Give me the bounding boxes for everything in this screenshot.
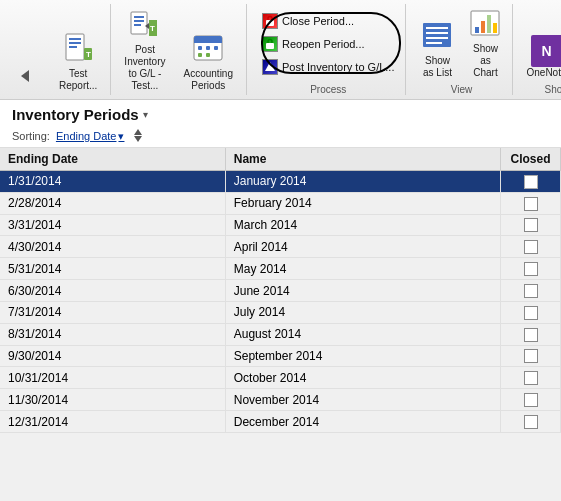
- post-inv-test-label: Post Inventoryto G/L - Test...: [124, 44, 165, 92]
- toolbar-section-process: Close Period... Reopen Period... Post In…: [251, 4, 407, 95]
- closed-checkbox[interactable]: [524, 328, 538, 342]
- cell-name: April 2014: [225, 236, 500, 258]
- cell-ending-date: 4/30/2014: [0, 236, 225, 258]
- back-button[interactable]: [8, 57, 42, 95]
- cell-name: August 2014: [225, 323, 500, 345]
- onenote-button[interactable]: N OneNote: [521, 32, 561, 82]
- table-row[interactable]: 9/30/2014September 2014: [0, 345, 561, 367]
- col-header-closed: Closed: [501, 148, 561, 171]
- table-row[interactable]: 6/30/2014June 2014: [0, 280, 561, 302]
- cell-closed[interactable]: [501, 345, 561, 367]
- svg-rect-16: [194, 40, 222, 43]
- page-header: Inventory Periods ▾ Sorting: Ending Date…: [0, 100, 561, 148]
- sort-field-dropdown[interactable]: Ending Date ▾: [56, 130, 125, 143]
- cell-ending-date: 3/31/2014: [0, 214, 225, 236]
- svg-rect-34: [493, 23, 497, 33]
- table-row[interactable]: 2/28/2014February 2014: [0, 192, 561, 214]
- col-header-name: Name: [225, 148, 500, 171]
- show-chart-label: Show as Chart: [467, 43, 503, 79]
- cell-closed[interactable]: [501, 236, 561, 258]
- cell-name: June 2014: [225, 280, 500, 302]
- table-row[interactable]: 4/30/2014April 2014: [0, 236, 561, 258]
- svg-rect-7: [131, 12, 147, 34]
- table-row[interactable]: 11/30/2014November 2014: [0, 389, 561, 411]
- view-buttons: Show as List Show as Chart: [414, 2, 508, 82]
- svg-text:T: T: [86, 50, 91, 59]
- cell-closed[interactable]: [501, 214, 561, 236]
- closed-checkbox[interactable]: [524, 262, 538, 276]
- table-row[interactable]: 5/31/2014May 2014: [0, 258, 561, 280]
- show-list-label: Show as List: [419, 55, 455, 79]
- cell-closed[interactable]: [501, 301, 561, 323]
- cell-name: January 2014: [225, 171, 500, 193]
- table-row[interactable]: 12/31/2014December 2014: [0, 411, 561, 433]
- svg-rect-21: [206, 53, 210, 57]
- cell-ending-date: 5/31/2014: [0, 258, 225, 280]
- col-header-ending-date: Ending Date: [0, 148, 225, 171]
- cell-closed[interactable]: [501, 367, 561, 389]
- cell-name: October 2014: [225, 367, 500, 389]
- test-report-button[interactable]: T Test Report...: [54, 27, 102, 95]
- onenote-label: OneNote: [526, 67, 561, 79]
- closed-checkbox[interactable]: [524, 306, 538, 320]
- cell-closed[interactable]: [501, 171, 561, 193]
- table-row[interactable]: 3/31/2014March 2014: [0, 214, 561, 236]
- table-container: Ending Date Name Closed 1/31/2014January…: [0, 148, 561, 479]
- svg-rect-10: [134, 24, 141, 26]
- table-row[interactable]: 10/31/2014October 2014: [0, 367, 561, 389]
- post-inventory-label: Post Inventory to G/L...: [282, 61, 395, 73]
- accounting-periods-button[interactable]: AccountingPeriods: [179, 27, 238, 95]
- page-title-row: Inventory Periods ▾: [12, 106, 549, 123]
- close-period-label: Close Period...: [282, 15, 354, 27]
- table-row[interactable]: 7/31/2014July 2014: [0, 301, 561, 323]
- closed-checkbox[interactable]: [524, 415, 538, 429]
- show-list-button[interactable]: Show as List: [414, 14, 460, 82]
- svg-rect-19: [214, 46, 218, 50]
- cell-ending-date: 11/30/2014: [0, 389, 225, 411]
- sort-order-toggle[interactable]: [130, 127, 148, 145]
- cell-name: September 2014: [225, 345, 500, 367]
- closed-checkbox[interactable]: [524, 240, 538, 254]
- cell-closed[interactable]: [501, 411, 561, 433]
- svg-rect-23: [266, 43, 274, 49]
- closed-checkbox[interactable]: [524, 349, 538, 363]
- closed-checkbox[interactable]: [524, 218, 538, 232]
- toolbar: T Test Report... T Post Inventoryto G/L …: [0, 0, 561, 100]
- cell-closed[interactable]: [501, 389, 561, 411]
- closed-checkbox[interactable]: [524, 371, 538, 385]
- post-inventory-button[interactable]: Post Inventory to G/L...: [255, 56, 402, 78]
- svg-text:T: T: [150, 24, 155, 33]
- close-period-button[interactable]: Close Period...: [255, 10, 402, 32]
- cell-closed[interactable]: [501, 258, 561, 280]
- show-chart-button[interactable]: Show as Chart: [462, 2, 508, 82]
- cell-closed[interactable]: [501, 192, 561, 214]
- sorting-row: Sorting: Ending Date ▾: [12, 127, 549, 145]
- toolbar-section-accperiods: AccountingPeriods: [175, 4, 247, 95]
- svg-rect-8: [134, 16, 144, 18]
- post-inventory-test-button[interactable]: T Post Inventoryto G/L - Test...: [119, 3, 170, 95]
- cell-ending-date: 6/30/2014: [0, 280, 225, 302]
- reopen-period-button[interactable]: Reopen Period...: [255, 33, 402, 55]
- svg-marker-0: [21, 70, 29, 82]
- cell-ending-date: 9/30/2014: [0, 345, 225, 367]
- svg-rect-4: [69, 46, 77, 48]
- svg-rect-26: [426, 27, 448, 29]
- closed-checkbox[interactable]: [524, 393, 538, 407]
- svg-rect-18: [206, 46, 210, 50]
- cell-closed[interactable]: [501, 280, 561, 302]
- cell-ending-date: 8/31/2014: [0, 323, 225, 345]
- toolbar-section-nav: [4, 4, 46, 95]
- page-title-dropdown[interactable]: ▾: [143, 109, 148, 120]
- table-body: 1/31/2014January 20142/28/2014February 2…: [0, 171, 561, 433]
- closed-checkbox[interactable]: [524, 175, 538, 189]
- cell-closed[interactable]: [501, 323, 561, 345]
- svg-marker-24: [265, 62, 275, 71]
- closed-checkbox[interactable]: [524, 284, 538, 298]
- svg-marker-35: [134, 129, 142, 135]
- cell-name: May 2014: [225, 258, 500, 280]
- table-row[interactable]: 8/31/2014August 2014: [0, 323, 561, 345]
- sorting-label: Sorting:: [12, 130, 50, 142]
- closed-checkbox[interactable]: [524, 197, 538, 211]
- svg-rect-9: [134, 20, 144, 22]
- table-row[interactable]: 1/31/2014January 2014: [0, 171, 561, 193]
